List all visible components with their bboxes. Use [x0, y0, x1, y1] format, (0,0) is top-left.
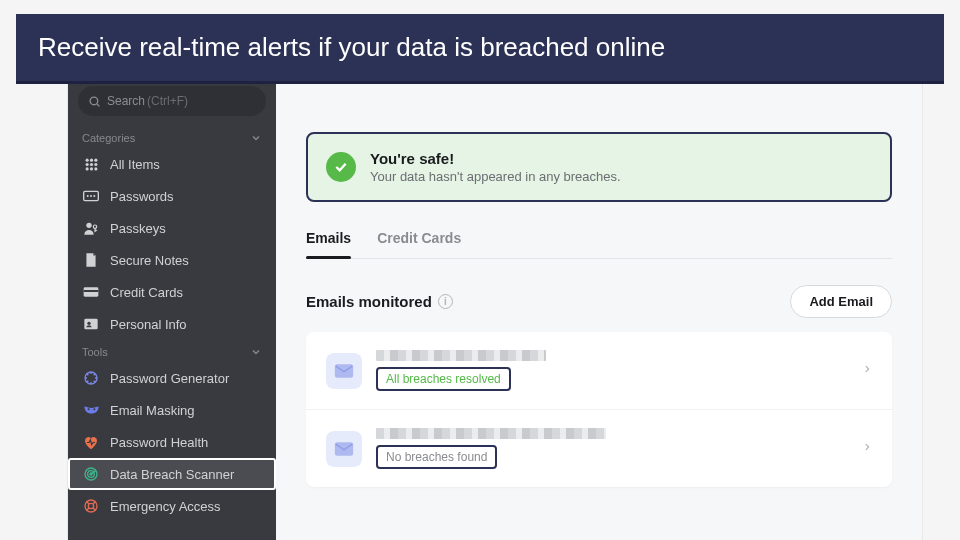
svg-line-32 — [86, 508, 89, 511]
sidebar-item-passwords[interactable]: Passwords — [68, 180, 276, 212]
grid-icon — [82, 155, 100, 173]
sidebar-item-label: Emergency Access — [110, 499, 221, 514]
tab-label: Emails — [306, 230, 351, 246]
main-panel: You're safe! Your data hasn't appeared i… — [276, 70, 922, 540]
email-row[interactable]: No breaches found — [306, 410, 892, 487]
section-label: Tools — [82, 346, 108, 358]
sidebar-item-label: Password Generator — [110, 371, 229, 386]
redacted-email — [376, 350, 546, 361]
sidebar-item-data-breach-scanner[interactable]: Data Breach Scanner — [68, 458, 276, 490]
svg-point-20 — [87, 322, 90, 325]
sidebar-item-label: Passwords — [110, 189, 174, 204]
search-label: Search — [107, 94, 145, 108]
svg-line-31 — [93, 508, 96, 511]
check-circle-icon — [326, 152, 356, 182]
section-label: Categories — [82, 132, 135, 144]
credit-card-icon — [82, 283, 100, 301]
chevron-right-icon — [862, 440, 872, 458]
svg-point-16 — [93, 225, 96, 228]
add-email-label: Add Email — [809, 294, 873, 309]
tabs: Emails Credit Cards — [306, 230, 892, 259]
svg-point-22 — [87, 408, 89, 410]
sidebar-item-email-masking[interactable]: Email Masking — [68, 394, 276, 426]
redacted-email — [376, 428, 606, 439]
section-header-tools[interactable]: Tools — [68, 340, 276, 362]
safe-subtitle: Your data hasn't appeared in any breache… — [370, 169, 621, 184]
svg-point-6 — [89, 162, 92, 165]
svg-line-30 — [86, 501, 89, 504]
lifebuoy-icon — [82, 497, 100, 515]
sidebar-item-emergency-access[interactable]: Emergency Access — [68, 490, 276, 522]
app-window: Search (Ctrl+F) Categories All Items Pas… — [68, 70, 922, 540]
sidebar-item-label: Personal Info — [110, 317, 187, 332]
add-email-button[interactable]: Add Email — [790, 285, 892, 318]
tab-label: Credit Cards — [377, 230, 461, 246]
svg-point-0 — [90, 97, 98, 105]
svg-point-2 — [85, 158, 88, 161]
svg-line-33 — [93, 501, 96, 504]
svg-point-3 — [89, 158, 92, 161]
password-icon — [82, 187, 100, 205]
sidebar-item-label: Passkeys — [110, 221, 166, 236]
svg-point-4 — [94, 158, 97, 161]
svg-rect-34 — [335, 364, 353, 377]
radar-icon — [82, 465, 100, 483]
sidebar-item-passkeys[interactable]: Passkeys — [68, 212, 276, 244]
svg-point-7 — [94, 162, 97, 165]
sidebar-item-label: All Items — [110, 157, 160, 172]
email-row[interactable]: All breaches resolved — [306, 332, 892, 410]
svg-point-14 — [93, 195, 95, 197]
envelope-icon — [326, 353, 362, 389]
monitored-header: Emails monitored i Add Email — [306, 285, 892, 318]
sidebar-item-label: Credit Cards — [110, 285, 183, 300]
svg-rect-35 — [335, 442, 353, 455]
email-list: All breaches resolved No breaches found — [306, 332, 892, 487]
personal-info-icon — [82, 315, 100, 333]
sidebar-item-password-health[interactable]: Password Health — [68, 426, 276, 458]
mask-icon — [82, 401, 100, 419]
breach-status: No breaches found — [376, 445, 497, 469]
search-icon — [88, 95, 101, 108]
sidebar-item-label: Secure Notes — [110, 253, 189, 268]
svg-point-5 — [85, 162, 88, 165]
svg-point-8 — [85, 167, 88, 170]
svg-rect-18 — [84, 290, 99, 292]
promo-banner: Receive real-time alerts if your data is… — [16, 14, 944, 84]
svg-point-9 — [89, 167, 92, 170]
tab-credit-cards[interactable]: Credit Cards — [377, 230, 461, 258]
info-icon[interactable]: i — [438, 294, 453, 309]
sidebar-item-password-generator[interactable]: Password Generator — [68, 362, 276, 394]
svg-rect-19 — [84, 319, 97, 330]
section-header-categories[interactable]: Categories — [68, 126, 276, 148]
search-input[interactable]: Search (Ctrl+F) — [78, 86, 266, 116]
sidebar-item-secure-notes[interactable]: Secure Notes — [68, 244, 276, 276]
svg-line-1 — [97, 103, 99, 105]
svg-point-12 — [87, 195, 89, 197]
banner-text: Receive real-time alerts if your data is… — [38, 32, 665, 62]
svg-point-29 — [88, 503, 93, 508]
chevron-down-icon — [250, 132, 262, 144]
safe-status-card: You're safe! Your data hasn't appeared i… — [306, 132, 892, 202]
svg-point-23 — [93, 408, 95, 410]
sidebar-item-personal-info[interactable]: Personal Info — [68, 308, 276, 340]
safe-title: You're safe! — [370, 150, 621, 167]
sidebar-item-label: Password Health — [110, 435, 208, 450]
sidebar-item-credit-cards[interactable]: Credit Cards — [68, 276, 276, 308]
tab-emails[interactable]: Emails — [306, 230, 351, 258]
generator-icon — [82, 369, 100, 387]
svg-point-13 — [90, 195, 92, 197]
sidebar-item-label: Email Masking — [110, 403, 195, 418]
sidebar: Search (Ctrl+F) Categories All Items Pas… — [68, 70, 276, 540]
search-shortcut: (Ctrl+F) — [147, 94, 188, 108]
sidebar-item-label: Data Breach Scanner — [110, 467, 234, 482]
chevron-down-icon — [250, 346, 262, 358]
envelope-icon — [326, 431, 362, 467]
health-icon — [82, 433, 100, 451]
sidebar-item-all-items[interactable]: All Items — [68, 148, 276, 180]
monitored-title: Emails monitored — [306, 293, 432, 310]
passkey-icon — [82, 219, 100, 237]
breach-status: All breaches resolved — [376, 367, 511, 391]
chevron-right-icon — [862, 362, 872, 380]
note-icon — [82, 251, 100, 269]
svg-point-15 — [86, 223, 91, 228]
